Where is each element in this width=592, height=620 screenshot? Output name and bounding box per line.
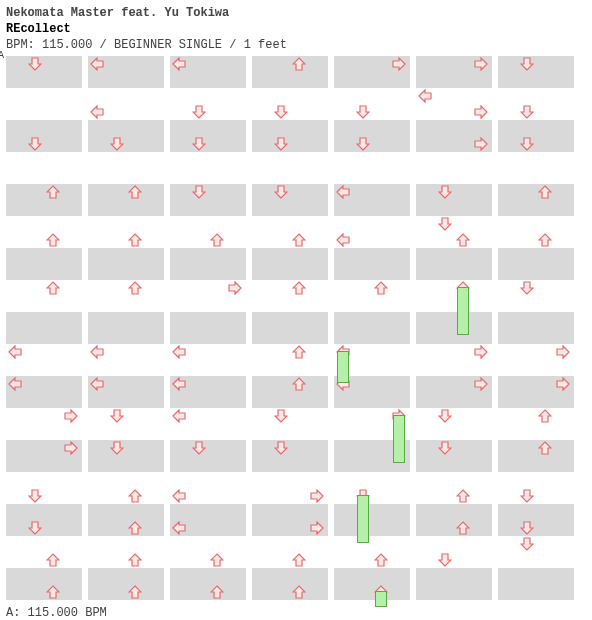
beat-row	[170, 376, 246, 392]
beat-row	[88, 488, 164, 504]
beat-row	[88, 504, 164, 520]
step-arrow-l	[172, 521, 186, 535]
beat-row	[334, 472, 410, 488]
beat-row	[498, 504, 574, 520]
freeze-arrow	[457, 287, 469, 335]
chart-column	[170, 56, 246, 600]
step-arrow-l	[8, 345, 22, 359]
beat-row	[170, 504, 246, 520]
beat-row	[170, 488, 246, 504]
freeze-arrow	[375, 591, 387, 607]
step-arrow-d	[520, 137, 534, 151]
beat-row	[416, 408, 492, 424]
beat-row	[88, 88, 164, 104]
step-arrow-r	[310, 489, 324, 503]
beat-row	[252, 200, 328, 216]
beat-row	[334, 88, 410, 104]
step-arrow-d	[110, 409, 124, 423]
step-arrow-d	[28, 521, 42, 535]
beat-row	[88, 216, 164, 232]
beat-row	[416, 88, 492, 104]
beat-row	[334, 568, 410, 584]
step-arrow-d	[438, 185, 452, 199]
beat-row	[334, 504, 410, 520]
step-arrow-u	[292, 553, 306, 567]
beat-row	[252, 408, 328, 424]
beat-row	[416, 328, 492, 344]
beat-row	[88, 408, 164, 424]
beat-row	[170, 184, 246, 200]
beat-row	[416, 488, 492, 504]
beat-row	[88, 120, 164, 136]
step-arrow-u	[128, 185, 142, 199]
step-arrow-u	[46, 585, 60, 599]
beat-row	[6, 440, 82, 456]
beat-row	[498, 184, 574, 200]
beat-row	[334, 248, 410, 264]
step-arrow-u	[210, 553, 224, 567]
beat-row	[170, 104, 246, 120]
beat-row	[88, 296, 164, 312]
beat-row	[6, 312, 82, 328]
step-arrow-r	[556, 345, 570, 359]
beat-row	[498, 472, 574, 488]
beat-row	[170, 520, 246, 536]
beat-row	[498, 344, 574, 360]
beat-row	[252, 472, 328, 488]
chart-column	[416, 56, 492, 600]
beat-row	[498, 104, 574, 120]
beat-row	[416, 392, 492, 408]
beat-row	[88, 248, 164, 264]
beat-row	[252, 568, 328, 584]
beat-row	[334, 328, 410, 344]
beat-row	[334, 312, 410, 328]
step-arrow-d	[356, 137, 370, 151]
beat-row	[170, 136, 246, 152]
step-arrow-u	[46, 553, 60, 567]
beat-row	[88, 344, 164, 360]
beat-row	[416, 472, 492, 488]
beat-row	[170, 296, 246, 312]
beat-row	[416, 296, 492, 312]
beat-row	[6, 104, 82, 120]
song-title: REcollect	[6, 22, 586, 36]
beat-row	[498, 136, 574, 152]
step-arrow-l	[90, 57, 104, 71]
beat-row	[416, 72, 492, 88]
beat-row	[252, 312, 328, 328]
step-arrow-u	[374, 281, 388, 295]
beat-row	[88, 104, 164, 120]
beat-row	[416, 520, 492, 536]
beat-row	[6, 168, 82, 184]
step-arrow-d	[438, 441, 452, 455]
beat-row	[498, 328, 574, 344]
step-arrow-d	[520, 537, 534, 551]
beat-row	[88, 184, 164, 200]
beat-row	[6, 72, 82, 88]
step-arrow-d	[438, 553, 452, 567]
beat-row	[88, 392, 164, 408]
step-arrow-l	[172, 377, 186, 391]
step-arrow-l	[172, 409, 186, 423]
beat-row	[334, 56, 410, 72]
beat-row	[334, 392, 410, 408]
chart-meta: BPM: 115.000 / BEGINNER SINGLE / 1 feet	[6, 38, 586, 52]
beat-row	[88, 328, 164, 344]
beat-row	[498, 296, 574, 312]
beat-row	[498, 440, 574, 456]
beat-row	[252, 520, 328, 536]
beat-row	[498, 536, 574, 552]
beat-row	[88, 312, 164, 328]
beat-row	[252, 344, 328, 360]
beat-row	[170, 440, 246, 456]
beat-row	[170, 584, 246, 600]
step-arrow-u	[538, 185, 552, 199]
beat-row	[170, 72, 246, 88]
beat-row	[334, 552, 410, 568]
beat-row	[416, 280, 492, 296]
beat-row	[416, 216, 492, 232]
beat-row	[6, 376, 82, 392]
beat-row	[170, 568, 246, 584]
beat-row	[6, 232, 82, 248]
beat-row	[498, 408, 574, 424]
